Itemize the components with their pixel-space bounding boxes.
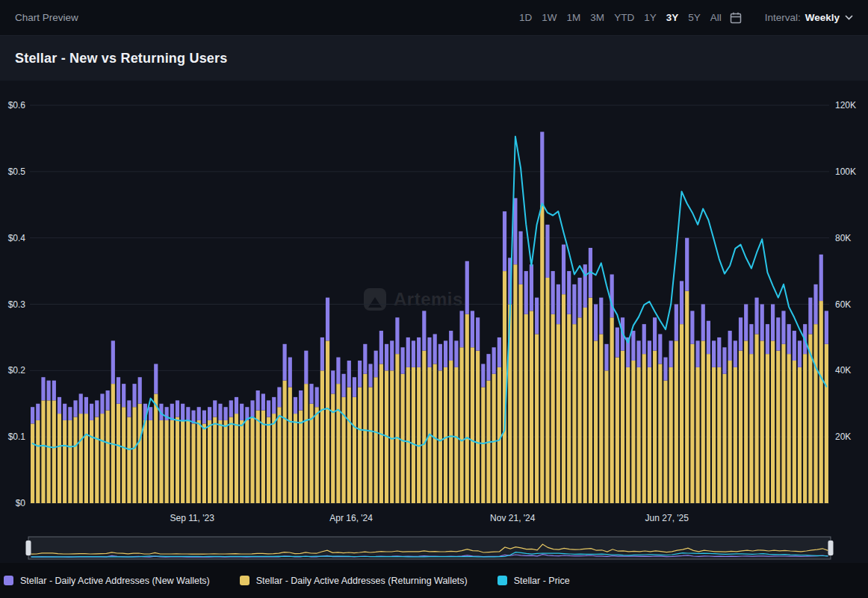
bar-returning[interactable] [63, 420, 66, 503]
bar-new[interactable] [331, 370, 335, 393]
bar-returning[interactable] [170, 420, 174, 503]
bar-returning[interactable] [680, 324, 683, 503]
bar-returning[interactable] [610, 317, 614, 503]
bar-new[interactable] [267, 400, 270, 417]
bar-new[interactable] [760, 305, 764, 341]
bar-new[interactable] [261, 393, 265, 410]
bar-new[interactable] [658, 334, 662, 364]
bar-new[interactable] [374, 351, 378, 378]
bar-new[interactable] [675, 305, 678, 341]
bar-returning[interactable] [132, 407, 136, 503]
bar-returning[interactable] [524, 314, 528, 503]
bar-new[interactable] [749, 324, 753, 354]
bar-new[interactable] [754, 298, 758, 334]
bar-returning[interactable] [825, 344, 828, 503]
bar-new[interactable] [572, 284, 576, 324]
bar-returning[interactable] [395, 354, 399, 503]
bar-new[interactable] [813, 284, 817, 324]
range-1d[interactable]: 1D [519, 12, 532, 23]
bar-returning[interactable] [358, 387, 362, 503]
bar-returning[interactable] [642, 354, 646, 503]
bar-new[interactable] [315, 387, 319, 408]
bar-returning[interactable] [240, 420, 244, 503]
bar-returning[interactable] [368, 387, 372, 503]
bar-returning[interactable] [154, 393, 158, 503]
bar-new[interactable] [218, 404, 222, 420]
bar-returning[interactable] [663, 381, 667, 503]
bar-returning[interactable] [572, 324, 576, 503]
bar-returning[interactable] [294, 414, 297, 503]
bar-new[interactable] [304, 351, 308, 384]
bar-new[interactable] [79, 393, 83, 414]
bar-returning[interactable] [690, 344, 694, 503]
bar-returning[interactable] [417, 367, 421, 503]
bar-returning[interactable] [760, 340, 764, 503]
bar-new[interactable] [648, 340, 651, 367]
bar-returning[interactable] [304, 384, 308, 503]
bar-new[interactable] [250, 400, 254, 417]
bar-returning[interactable] [320, 370, 324, 503]
bar-returning[interactable] [283, 381, 287, 503]
bar-new[interactable] [471, 311, 474, 347]
bar-new[interactable] [663, 358, 667, 381]
bar-returning[interactable] [127, 417, 131, 503]
bar-new[interactable] [717, 337, 721, 367]
bar-new[interactable] [642, 324, 646, 354]
navigator-handle-left[interactable] [26, 541, 31, 555]
bar-returning[interactable] [336, 384, 340, 503]
bar-new[interactable] [358, 361, 362, 387]
bar-returning[interactable] [47, 400, 51, 503]
bar-returning[interactable] [149, 420, 152, 503]
bar-new[interactable] [47, 381, 51, 401]
bar-new[interactable] [138, 377, 142, 404]
bar-new[interactable] [149, 407, 152, 420]
main-chart[interactable]: $0$0.1$0.2$0.3$0.4$0.5$0.620K40K60K80K10… [0, 81, 868, 533]
bar-new[interactable] [503, 211, 506, 271]
bar-new[interactable] [122, 384, 125, 407]
bar-returning[interactable] [299, 411, 303, 503]
bar-returning[interactable] [545, 278, 549, 503]
bar-returning[interactable] [567, 314, 571, 503]
bar-new[interactable] [283, 344, 287, 381]
bar-returning[interactable] [589, 298, 592, 503]
bar-returning[interactable] [739, 351, 743, 503]
bar-new[interactable] [90, 404, 93, 420]
bar-new[interactable] [787, 324, 791, 354]
bar-returning[interactable] [562, 294, 565, 503]
bar-new[interactable] [427, 337, 431, 367]
bar-new[interactable] [154, 364, 158, 393]
bar-new[interactable] [412, 340, 415, 367]
range-1m[interactable]: 1M [567, 12, 581, 23]
bar-returning[interactable] [787, 354, 791, 503]
bar-new[interactable] [680, 281, 683, 324]
bar-returning[interactable] [551, 314, 555, 503]
bar-new[interactable] [562, 245, 565, 295]
bar-returning[interactable] [422, 351, 426, 503]
bar-new[interactable] [132, 384, 136, 407]
bar-new[interactable] [336, 358, 340, 384]
bar-returning[interactable] [390, 370, 394, 503]
bar-returning[interactable] [229, 417, 233, 503]
bar-new[interactable] [197, 407, 201, 420]
bar-returning[interactable] [675, 340, 678, 503]
bar-new[interactable] [685, 238, 689, 291]
bar-returning[interactable] [766, 354, 769, 503]
bar-returning[interactable] [73, 417, 77, 503]
bar-returning[interactable] [476, 351, 480, 503]
bar-new[interactable] [379, 331, 383, 364]
chart-navigator[interactable] [0, 533, 868, 563]
bar-new[interactable] [808, 298, 812, 334]
bar-new[interactable] [798, 340, 802, 367]
bar-returning[interactable] [58, 414, 61, 503]
bar-returning[interactable] [648, 367, 651, 503]
bar-new[interactable] [272, 397, 276, 414]
bar-new[interactable] [95, 400, 99, 417]
bar-new[interactable] [604, 344, 608, 371]
bar-new[interactable] [240, 404, 244, 420]
bar-returning[interactable] [406, 367, 410, 503]
bar-new[interactable] [390, 340, 394, 370]
bar-new[interactable] [347, 361, 351, 387]
bar-new[interactable] [84, 397, 88, 414]
bar-new[interactable] [551, 271, 555, 314]
bar-new[interactable] [722, 347, 726, 374]
